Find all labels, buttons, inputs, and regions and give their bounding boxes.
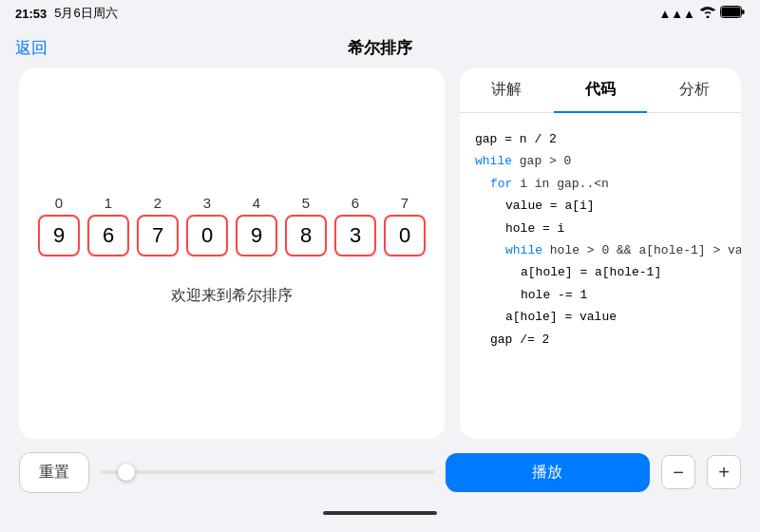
code-line: hole -= 1 — [475, 284, 726, 306]
array-index: 0 — [38, 195, 80, 211]
code-line: while gap > 0 — [475, 150, 726, 172]
array-container: 01234567 96709830 — [38, 195, 426, 256]
slider-thumb[interactable] — [118, 464, 135, 481]
play-button[interactable]: 播放 — [446, 453, 650, 492]
welcome-text: 欢迎来到希尔排序 — [171, 286, 293, 306]
tab-lecture[interactable]: 讲解 — [460, 68, 554, 112]
home-indicator — [0, 505, 760, 521]
array-cell: 9 — [38, 215, 80, 256]
code-line: gap = n / 2 — [475, 128, 726, 150]
array-indices: 01234567 — [38, 195, 426, 211]
array-cell: 7 — [137, 215, 179, 256]
code-line: hole = i — [475, 218, 726, 239]
svg-rect-1 — [722, 8, 741, 17]
array-cell: 8 — [285, 215, 327, 256]
code-area: gap = n / 2while gap > 0for i in gap..<n… — [460, 113, 741, 439]
array-cell: 6 — [87, 215, 129, 256]
array-index: 4 — [236, 195, 277, 211]
back-button[interactable]: 返回 — [15, 37, 48, 59]
array-cell: 3 — [334, 215, 376, 256]
plus-button[interactable]: + — [707, 455, 741, 489]
tabs: 讲解代码分析 — [460, 68, 741, 113]
signal-icon: ▲▲▲ — [658, 7, 695, 21]
array-index: 3 — [186, 195, 228, 211]
left-panel: 01234567 96709830 欢迎来到希尔排序 — [19, 68, 445, 439]
page-title: 希尔排序 — [348, 37, 412, 59]
bottom-bar: 重置 播放 − + — [0, 439, 760, 505]
array-cell: 0 — [384, 215, 426, 256]
status-date: 5月6日周六 — [54, 5, 117, 22]
array-cells: 96709830 — [38, 215, 426, 256]
code-line: value = a[i] — [475, 195, 726, 217]
slider-container[interactable] — [101, 470, 434, 474]
svg-rect-2 — [742, 10, 745, 14]
array-index: 1 — [87, 195, 129, 211]
array-cell: 9 — [236, 215, 277, 256]
minus-button[interactable]: − — [661, 455, 695, 489]
array-cell: 0 — [186, 215, 228, 256]
home-bar — [323, 511, 437, 515]
status-time: 21:53 — [15, 7, 47, 21]
tab-code[interactable]: 代码 — [554, 68, 648, 113]
array-index: 2 — [137, 195, 179, 211]
reset-button[interactable]: 重置 — [19, 452, 89, 493]
wifi-icon — [700, 7, 715, 21]
array-index: 7 — [384, 195, 426, 211]
array-index: 5 — [285, 195, 327, 211]
slider-track[interactable] — [101, 470, 434, 474]
code-line: for i in gap..<n — [475, 173, 726, 195]
status-icons: ▲▲▲ — [658, 6, 745, 21]
array-index: 6 — [334, 195, 376, 211]
status-bar: 21:53 5月6日周六 ▲▲▲ — [0, 0, 760, 27]
code-line: while hole > 0 && a[hole-1] > value — [475, 239, 726, 261]
right-panel: 讲解代码分析 gap = n / 2while gap > 0for i in … — [460, 68, 741, 439]
nav-bar: 返回 希尔排序 — [0, 27, 760, 68]
tab-analysis[interactable]: 分析 — [647, 68, 741, 112]
battery-icon — [720, 6, 745, 21]
main-content: 01234567 96709830 欢迎来到希尔排序 讲解代码分析 gap = … — [0, 68, 760, 439]
code-line: a[hole] = a[hole-1] — [475, 261, 726, 283]
code-line: a[hole] = value — [475, 306, 726, 328]
code-line: gap /= 2 — [475, 329, 726, 351]
